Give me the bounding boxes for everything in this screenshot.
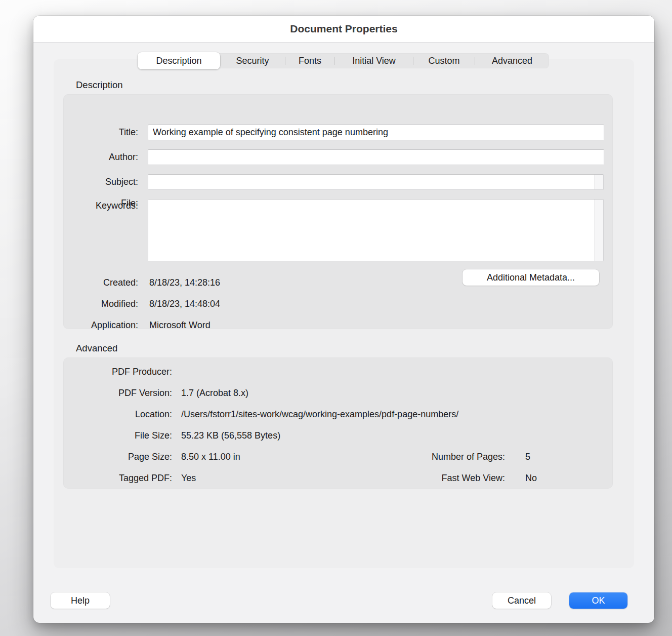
number-of-pages-label: Number of Pages: [303, 450, 505, 463]
dialog-title: Document Properties [290, 23, 397, 35]
keywords-field-wrap [148, 199, 604, 261]
document-properties-dialog: Document Properties Description File: pa… [33, 16, 654, 623]
keywords-scrollbar[interactable] [594, 200, 603, 261]
location-label: Location: [63, 408, 172, 421]
author-input[interactable] [148, 149, 604, 165]
ok-button[interactable]: OK [569, 592, 627, 609]
tagged-pdf-label: Tagged PDF: [63, 471, 172, 485]
cancel-button[interactable]: Cancel [492, 592, 551, 609]
file-size-label: File Size: [63, 429, 172, 442]
tagged-pdf-value: Yes [181, 471, 196, 485]
keywords-textarea[interactable] [148, 200, 594, 261]
fast-web-view-value: No [525, 471, 537, 485]
subject-input[interactable] [148, 175, 594, 189]
titlebar[interactable]: Document Properties [33, 16, 654, 43]
modified-label: Modified: [63, 297, 138, 310]
created-label: Created: [63, 276, 138, 289]
page-size-label: Page Size: [63, 450, 172, 463]
tab-content-panel: Description File: page-numbers.pdf Title… [54, 59, 634, 568]
tab-description[interactable]: Description [138, 52, 220, 69]
advanced-groupbox: PDF Producer: PDF Version: 1.7 (Acrobat … [63, 357, 613, 489]
tab-security[interactable]: Security [220, 53, 285, 68]
author-label: Author: [63, 150, 138, 164]
title-input[interactable] [148, 125, 604, 140]
help-button[interactable]: Help [51, 592, 110, 609]
pdf-version-value: 1.7 (Acrobat 8.x) [181, 386, 248, 400]
fast-web-view-label: Fast Web View: [303, 471, 505, 485]
tab-fonts[interactable]: Fonts [285, 53, 334, 68]
created-value: 8/18/23, 14:28:16 [149, 276, 220, 289]
pdf-producer-label: PDF Producer: [63, 365, 172, 378]
tab-initial-view[interactable]: Initial View [335, 53, 413, 68]
modified-value: 8/18/23, 14:48:04 [149, 297, 220, 310]
description-groupbox: File: page-numbers.pdf Title: Author: Su… [63, 94, 613, 329]
subject-scrollbar[interactable] [594, 175, 603, 189]
application-label: Application: [63, 319, 138, 332]
subject-field-wrap [148, 174, 604, 190]
advanced-section-heading: Advanced [76, 342, 117, 355]
tab-advanced[interactable]: Advanced [475, 53, 549, 68]
application-value: Microsoft Word [149, 319, 211, 332]
pdf-version-label: PDF Version: [63, 386, 172, 400]
description-section-heading: Description [76, 78, 123, 92]
tab-bar: Description Security Fonts Initial View … [138, 52, 549, 69]
file-size-value: 55.23 KB (56,558 Bytes) [181, 429, 280, 442]
number-of-pages-value: 5 [525, 450, 530, 463]
page-size-value: 8.50 x 11.00 in [181, 450, 240, 463]
keywords-label: Keywords: [63, 199, 138, 212]
subject-label: Subject: [63, 175, 138, 188]
additional-metadata-button[interactable]: Additional Metadata... [463, 269, 599, 286]
tab-custom[interactable]: Custom [413, 53, 475, 68]
location-value: /Users/fstorr1/sites-work/wcag/working-e… [181, 408, 458, 421]
title-label: Title: [63, 126, 138, 139]
